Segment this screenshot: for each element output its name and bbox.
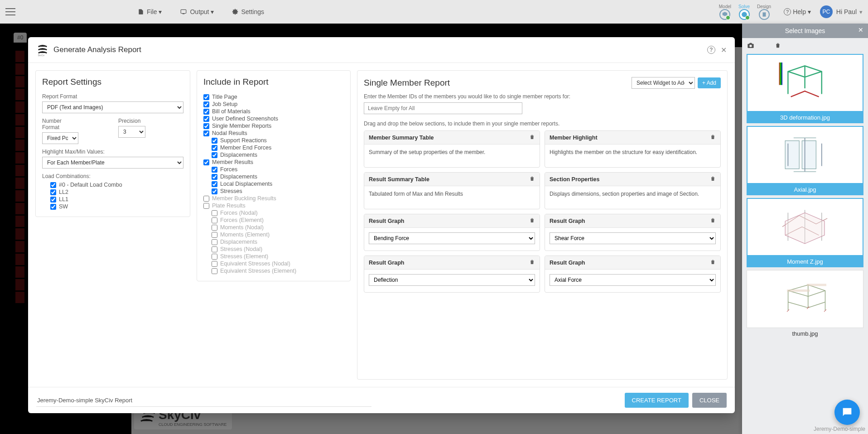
precision-label: Precision (118, 118, 145, 124)
help-button[interactable]: ? Help ▾ (784, 8, 811, 15)
member-ids-input[interactable] (364, 102, 522, 114)
trash-icon[interactable] (529, 217, 535, 225)
create-report-button[interactable]: CREATE REPORT (625, 393, 689, 408)
svg-rect-6 (779, 63, 782, 85)
single-member-heading: Single Member Report (364, 78, 450, 88)
highlight-select[interactable]: For Each Member/Plate (42, 157, 183, 169)
trash-icon[interactable] (710, 217, 716, 225)
widget-card[interactable]: Section PropertiesDisplays dimensions, s… (545, 172, 721, 209)
delete-icon[interactable] (775, 42, 781, 50)
load-combo-item[interactable]: SW (50, 203, 183, 210)
widget-card[interactable]: Member HighlightHighlights the member on… (545, 130, 721, 168)
svg-rect-3 (762, 12, 766, 16)
widget-card[interactable]: Result Summary TableTabulated form of Ma… (364, 172, 540, 209)
widget-card-body: Tabulated form of Max and Min Results (364, 186, 540, 209)
thumbnail-item[interactable]: 3D deformation.jpg (747, 54, 863, 123)
load-combo-item[interactable]: LL2 (50, 188, 183, 196)
chk-forces-element[interactable]: Forces (Element) (203, 217, 344, 224)
load-combo-item[interactable]: #0 - Default Load Combo (50, 181, 183, 188)
stage-design-icon[interactable] (759, 9, 770, 20)
result-graph-select[interactable]: Shear Force (550, 232, 716, 244)
chk-displacements2[interactable]: Displacements (203, 173, 344, 180)
widget-card-body: Highlights the member on the structure f… (545, 145, 720, 167)
report-name-input[interactable] (36, 394, 371, 407)
trash-icon[interactable] (710, 259, 716, 266)
thumbnail-label: thumb.jpg (747, 328, 863, 339)
chk-support-reactions[interactable]: Support Reactions (203, 137, 344, 144)
include-in-report-panel: Include in Report Title Page Job Setup B… (197, 70, 351, 281)
load-combo-item[interactable]: LL1 (50, 196, 183, 203)
stage-solve-icon[interactable] (739, 9, 750, 20)
chk-buckling[interactable]: Member Buckling Results (203, 195, 344, 202)
modal-close-icon[interactable]: ✕ (721, 46, 727, 54)
report-settings-heading: Report Settings (42, 77, 183, 87)
add-widget-button[interactable]: + Add (698, 77, 721, 88)
menu-settings[interactable]: Settings (232, 8, 264, 15)
stage-model-icon[interactable] (719, 9, 730, 20)
precision-select[interactable]: 3 (118, 126, 145, 138)
hamburger-icon[interactable] (5, 8, 15, 15)
thumbnail-label: Axial.jpg (747, 184, 863, 195)
number-format-select[interactable]: Fixed Point (42, 132, 78, 144)
chk-forces-nodal[interactable]: Forces (Nodal) (203, 209, 344, 217)
chk-member-end-forces[interactable]: Member End Forces (203, 144, 344, 151)
chk-plate-results[interactable]: Plate Results (203, 202, 344, 209)
trash-icon[interactable] (529, 259, 535, 266)
thumbnail-item[interactable]: thumb.jpg (747, 270, 863, 339)
chk-eq-stresses-nodal[interactable]: Equivalent Stresses (Nodal) (203, 260, 344, 267)
thumbnail-item[interactable]: Moment Z.jpg (747, 198, 863, 267)
chk-nodal-results[interactable]: Nodal Results (203, 130, 344, 137)
thumbnail-image (747, 126, 863, 184)
chk-stresses[interactable]: Stresses (203, 188, 344, 195)
widget-card[interactable]: Result GraphAxial Force (545, 256, 721, 293)
chk-moments-element[interactable]: Moments (Element) (203, 231, 344, 238)
greeting: Hi Paul (836, 8, 857, 15)
modal-help-icon[interactable]: ? (707, 46, 715, 54)
avatar[interactable]: PC (820, 5, 833, 18)
chk-title-page[interactable]: Title Page (203, 93, 344, 101)
report-format-select[interactable]: PDF (Text and Images) (42, 101, 183, 113)
chk-member-results[interactable]: Member Results (203, 159, 344, 166)
widget-card[interactable]: Result GraphDeflection (364, 256, 540, 293)
thumbnail-image (747, 54, 863, 112)
trash-icon[interactable] (710, 134, 716, 141)
menu-output[interactable]: Output ▾ (180, 8, 214, 15)
widget-card[interactable]: Result GraphBending Force (364, 214, 540, 251)
camera-icon[interactable] (747, 42, 755, 50)
side-panel-close-icon[interactable]: ✕ (858, 26, 863, 34)
menu-file[interactable]: File ▾ (138, 8, 162, 15)
chk-uds[interactable]: User Defined Screenshots (203, 115, 344, 122)
highlight-label: Highlight Max/Min Values: (42, 149, 183, 155)
download-icon[interactable] (761, 42, 768, 50)
widget-card[interactable]: Result GraphShear Force (545, 214, 721, 251)
thumbnail-item[interactable]: Axial.jpg (747, 126, 863, 195)
chk-eq-stresses-element[interactable]: Equivalent Stresses (Element) (203, 267, 344, 275)
chk-stresses-element[interactable]: Stresses (Element) (203, 253, 344, 260)
chk-stresses-nodal[interactable]: Stresses (Nodal) (203, 246, 344, 253)
chk-displacements3[interactable]: Displacements (203, 238, 344, 246)
widget-card-body: Summary of the setup properties of the m… (364, 145, 540, 167)
thumbnail-image (747, 270, 863, 328)
chk-displacements[interactable]: Displacements (203, 151, 344, 159)
chk-moments-nodal[interactable]: Moments (Nodal) (203, 224, 344, 231)
trash-icon[interactable] (710, 175, 716, 183)
widget-type-select[interactable]: Select Widget to Add (632, 77, 695, 89)
result-graph-select[interactable]: Axial Force (550, 274, 716, 286)
widget-card[interactable]: Member Summary TableSummary of the setup… (364, 130, 540, 168)
chk-smr[interactable]: Single Member Reports (203, 122, 344, 130)
stage-design-label: Design (757, 4, 771, 9)
widget-card-title: Member Summary Table (369, 135, 434, 141)
result-graph-select[interactable]: Deflection (369, 274, 535, 286)
trash-icon[interactable] (529, 175, 535, 183)
widget-card-title: Section Properties (550, 176, 599, 183)
chat-bubble-icon[interactable] (834, 400, 860, 425)
chk-bom[interactable]: Bill of Materials (203, 108, 344, 115)
result-graph-select[interactable]: Bending Force (369, 232, 535, 244)
chk-forces[interactable]: Forces (203, 166, 344, 173)
close-modal-button[interactable]: CLOSE (692, 393, 727, 408)
trash-icon[interactable] (529, 134, 535, 141)
thumbnail-label: Moment Z.jpg (747, 256, 863, 267)
widget-card-title: Result Summary Table (369, 176, 429, 183)
chk-local-disp[interactable]: Local Displacements (203, 180, 344, 188)
chk-job-setup[interactable]: Job Setup (203, 101, 344, 108)
